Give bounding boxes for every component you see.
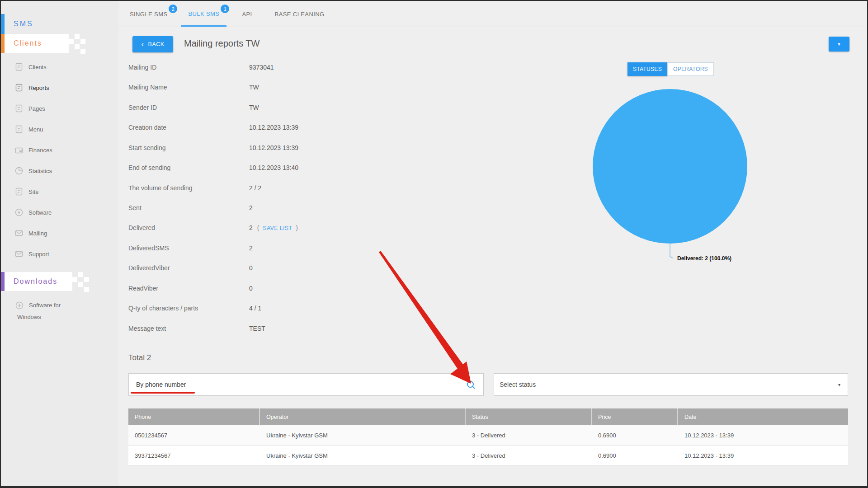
detail-row-delivered: Delivered 2 ( SAVE LIST ) — [128, 224, 382, 234]
tab-single-sms[interactable]: SINGLE SMS 2 — [123, 2, 175, 27]
detail-label: Delivered — [128, 224, 155, 231]
table-row[interactable]: 0501234567 Ukraine - Kyivstar GSM 3 - De… — [128, 425, 848, 446]
sidebar-item-label: Software for — [29, 302, 61, 309]
back-button-label: BACK — [148, 41, 165, 47]
tab-base-cleaning[interactable]: BASE CLEANING — [268, 2, 332, 27]
sidebar-item-reports[interactable]: Reports — [14, 82, 49, 94]
column-header-status: Status — [466, 408, 592, 425]
sidebar-item-label: Windows — [17, 314, 41, 320]
detail-value: 10.12.2023 13:39 — [249, 144, 298, 151]
detail-label: End of sending — [128, 164, 170, 171]
sidebar-item-support[interactable]: Support — [14, 248, 49, 260]
table-row[interactable]: 39371234567 Ukraine - Kyivstar GSM 3 - D… — [128, 446, 848, 466]
detail-label: The volume of sending — [128, 184, 193, 192]
sidebar-item-menu[interactable]: Menu — [14, 123, 43, 135]
column-header-phone: Phone — [128, 408, 260, 425]
cell-phone: 0501234567 — [128, 425, 260, 445]
sidebar-item-statistics[interactable]: Statistics — [14, 165, 52, 177]
detail-value: 0 — [249, 285, 253, 292]
sidebar-downloads-label: Downloads — [14, 277, 57, 286]
column-header-date: Date — [678, 408, 848, 425]
chevron-down-icon: ▼ — [837, 42, 841, 47]
pixel-decor — [75, 34, 80, 39]
detail-row: Sender ID TW — [128, 104, 382, 114]
search-icon[interactable] — [466, 380, 476, 390]
column-header-operator: Operator — [260, 408, 466, 425]
cell-operator: Ukraine - Kyivstar GSM — [260, 446, 466, 465]
sidebar-item-label: Clients — [28, 64, 47, 70]
header-dropdown-button[interactable]: ▼ — [829, 37, 849, 52]
detail-row: Mailing Name TW — [128, 84, 382, 94]
detail-value: 0 — [249, 264, 253, 272]
cell-phone: 39371234567 — [128, 446, 260, 465]
app-window: SMS Clients Clients Reports Pages Menu — [0, 0, 868, 488]
sidebar-item-pages[interactable]: Pages — [14, 103, 45, 114]
pixel-decor — [78, 272, 83, 277]
tab-badge: 1 — [221, 5, 229, 13]
save-list-link[interactable]: SAVE LIST — [263, 225, 292, 231]
sidebar-section-downloads[interactable]: Downloads — [1, 272, 72, 291]
detail-row: DeliveredSMS 2 — [128, 244, 382, 254]
statuses-pie-chart: Delivered: 2 (100.0%) — [575, 71, 783, 270]
pie-slice-delivered[interactable] — [593, 89, 747, 244]
detail-value: TEST — [249, 325, 265, 332]
tab-label: BASE CLEANING — [275, 11, 325, 18]
pixel-decor — [69, 39, 74, 44]
chevron-left-icon: ‹ — [141, 40, 144, 48]
pie-slice-label: Delivered: 2 (100.0%) — [677, 255, 731, 262]
detail-label: Mailing ID — [128, 64, 156, 71]
envelope-icon — [14, 229, 24, 238]
cell-status: 3 - Delivered — [466, 425, 592, 445]
sidebar-item-software[interactable]: Software — [14, 206, 52, 218]
sidebar-item-label: Site — [28, 188, 38, 195]
pixel-decor — [84, 287, 89, 292]
clients-accent-bar — [1, 34, 5, 53]
status-select[interactable]: Select status ▾ — [494, 373, 848, 396]
detail-label: Message text — [128, 325, 166, 332]
sidebar-item-mailing[interactable]: Mailing — [14, 227, 47, 239]
detail-row: End of sending 10.12.2023 13:40 — [128, 164, 382, 174]
tab-bulk-sms[interactable]: BULK SMS 1 — [181, 2, 226, 27]
detail-value: 9373041 — [249, 64, 274, 71]
results-table: Phone Operator Status Price Date 0501234… — [128, 408, 848, 466]
sidebar-section-sms[interactable]: SMS — [1, 14, 118, 34]
download-icon — [15, 301, 24, 310]
cell-status: 3 - Delivered — [466, 446, 592, 465]
column-header-price: Price — [592, 408, 678, 425]
detail-value: 2 ( SAVE LIST ) — [249, 224, 298, 231]
sidebar-item-finances[interactable]: Finances — [14, 144, 52, 156]
tab-api[interactable]: API — [235, 2, 259, 27]
document-icon — [14, 104, 24, 113]
sidebar-item-site[interactable]: Site — [14, 186, 38, 197]
sidebar-item-software-for-windows[interactable]: Software for Windows — [1, 299, 118, 324]
pixel-decor — [84, 277, 89, 282]
sidebar-item-label: Reports — [28, 84, 49, 91]
cell-price: 0.6900 — [592, 446, 678, 465]
detail-label: Mailing Name — [128, 84, 167, 91]
chevron-down-icon: ▾ — [838, 382, 840, 387]
sidebar-item-label: Finances — [28, 147, 52, 154]
sidebar-section-clients[interactable]: Clients — [1, 34, 69, 53]
detail-label: Sent — [128, 204, 142, 211]
sidebar: SMS Clients Clients Reports Pages Menu — [1, 1, 118, 486]
detail-value: 10.12.2023 13:40 — [249, 164, 298, 171]
pixel-decor — [80, 49, 85, 54]
total-label: Total 2 — [128, 353, 151, 362]
envelope-icon — [14, 249, 24, 258]
document-icon — [14, 125, 24, 134]
detail-value: TW — [249, 84, 259, 91]
top-tabbar: SINGLE SMS 2 BULK SMS 1 API BASE CLEANIN… — [118, 1, 867, 27]
sidebar-item-label: Pages — [28, 105, 45, 112]
detail-row: Creation date 10.12.2023 13:39 — [128, 124, 382, 134]
detail-row: Mailing ID 9373041 — [128, 64, 382, 74]
detail-label: ReadViber — [128, 285, 158, 292]
sidebar-item-clients[interactable]: Clients — [14, 61, 47, 73]
sidebar-item-label: Support — [28, 251, 49, 258]
back-button[interactable]: ‹ BACK — [132, 36, 173, 52]
phone-search-field — [128, 373, 484, 396]
detail-row: ReadViber 0 — [128, 285, 382, 295]
detail-row: Start sending 10.12.2023 13:39 — [128, 144, 382, 154]
detail-value: 10.12.2023 13:39 — [249, 124, 298, 131]
detail-value: 4 / 1 — [249, 305, 261, 312]
tab-label: BULK SMS — [188, 10, 219, 17]
